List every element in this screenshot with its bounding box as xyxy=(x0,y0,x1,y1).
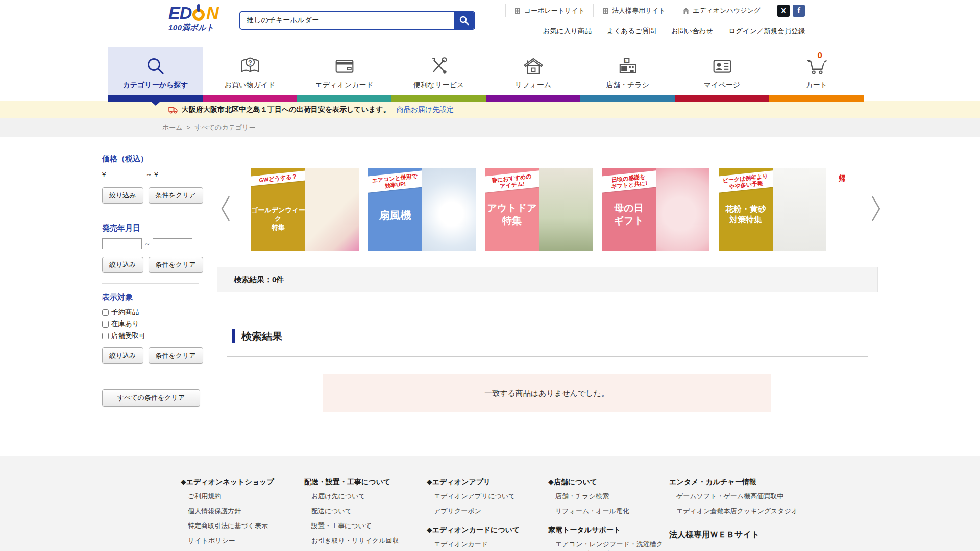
content-area: 価格（税込） ¥ ～ ¥ 絞り込み 条件をクリア 発売年月日 ～ 絞り込み xyxy=(0,137,980,456)
footer-column-netshop: ◆エディオンネットショップ ご利用規約 個人情報保護方針 特定商取引法に基づく表… xyxy=(181,478,301,551)
footer-heading: エンタメ・カルチャー情報 xyxy=(669,478,822,487)
footer-link[interactable]: リフォーム・オール電化 xyxy=(555,507,665,516)
breadcrumb-home-link[interactable]: ホーム xyxy=(162,123,183,131)
search-button[interactable] xyxy=(454,12,474,29)
search-icon xyxy=(459,15,469,26)
contact-link[interactable]: お問い合わせ xyxy=(671,27,713,36)
login-register-link[interactable]: ログイン／新規会員登録 xyxy=(728,27,805,36)
price-max-input[interactable] xyxy=(160,169,195,180)
footer-link[interactable]: 個人情報保護方針 xyxy=(188,507,301,516)
checkbox-in-stock[interactable]: 在庫あり xyxy=(102,319,212,329)
carousel-prev-button[interactable] xyxy=(218,190,233,229)
nav-item-mypage[interactable]: マイページ xyxy=(675,47,769,102)
housing-link[interactable]: エディオンハウジング xyxy=(674,6,769,15)
nav-item-edion-card[interactable]: エディオンカード xyxy=(297,47,391,102)
footer-link[interactable]: サイトポリシー xyxy=(188,536,301,546)
release-filter-button[interactable]: 絞り込み xyxy=(102,257,143,273)
building-icon xyxy=(602,7,609,14)
in-stock-checkbox[interactable] xyxy=(102,321,109,328)
facebook-icon[interactable]: f xyxy=(793,5,805,17)
range-separator: ～ xyxy=(145,170,152,179)
banner-photo xyxy=(773,168,826,251)
clear-all-filters-button[interactable]: すべての条件をクリア xyxy=(102,389,200,407)
footer-link[interactable]: アプリクーポン xyxy=(434,507,544,516)
footer-link[interactable]: エディオンアプリについて xyxy=(434,492,544,502)
price-filter-title: 価格（税込） xyxy=(102,154,212,164)
delivery-notice-text: 大阪府大阪市北区中之島１丁目への出荷目安を表示しています。 xyxy=(182,105,390,114)
business-site-link[interactable]: 法人様専用サイト xyxy=(594,6,674,15)
nav-item-services[interactable]: 便利なサービス xyxy=(391,47,486,102)
footer-link[interactable]: エディオン倉敷本店クッキングスタジオ xyxy=(676,507,822,516)
price-min-input[interactable] xyxy=(108,169,143,180)
magnifier-icon xyxy=(108,54,203,79)
chevron-left-icon xyxy=(219,193,232,224)
price-clear-button[interactable]: 条件をクリア xyxy=(149,187,203,204)
checkbox-store-pickup[interactable]: 店舗受取可 xyxy=(102,331,212,340)
store-icon: E xyxy=(580,54,675,79)
delivery-setting-link[interactable]: 商品お届け先設定 xyxy=(397,105,454,114)
range-separator: ～ xyxy=(144,239,151,248)
banner-mothers-day[interactable]: 日頃の感謝を ギフトと共に! 母の日 ギフト xyxy=(602,168,709,251)
corporate-site-link[interactable]: コーポレートサイト xyxy=(506,6,593,15)
id-card-icon xyxy=(675,54,769,79)
target-clear-button[interactable]: 条件をクリア xyxy=(149,347,203,364)
footer-heading: ◆店舗について xyxy=(548,478,665,487)
store-pickup-checkbox[interactable] xyxy=(102,333,109,339)
nav-item-reform[interactable]: リフォーム xyxy=(486,47,580,102)
credit-card-icon xyxy=(297,54,391,79)
edion-logo[interactable]: ED N 100満ボルト xyxy=(168,4,230,33)
nav-color-bar xyxy=(297,95,391,102)
social-links: X f xyxy=(777,5,805,17)
release-to-input[interactable] xyxy=(153,238,192,249)
footer-link[interactable]: 特定商取引法に基づく表示 xyxy=(188,521,301,531)
footer-link[interactable]: エディオンカード xyxy=(434,540,544,549)
footer-link[interactable]: お届け先について xyxy=(311,492,424,502)
banner-golden-week[interactable]: GWどうする？ ゴールデンウィーク 特集 xyxy=(251,168,359,251)
power-icon xyxy=(192,8,206,21)
no-results-message: 一致する商品はありませんでした。 xyxy=(323,374,771,412)
favorites-link[interactable]: お気に入り商品 xyxy=(543,27,591,36)
footer-heading: ◆エディオンカードについて xyxy=(427,525,544,535)
filter-sidebar: 価格（税込） ¥ ～ ¥ 絞り込み 条件をクリア 発売年月日 ～ 絞り込み xyxy=(102,154,212,407)
carousel-next-button[interactable] xyxy=(868,190,884,229)
header-account-links: お気に入り商品 よくあるご質問 お問い合わせ ログイン／新規会員登録 xyxy=(543,27,805,36)
footer-link[interactable]: ご利用規約 xyxy=(188,492,301,502)
banner-fans[interactable]: エアコンと併用で 効率UP! 扇風機 xyxy=(368,168,476,251)
chevron-right-icon xyxy=(869,193,883,224)
footer-link[interactable]: エアコン・レンジフード・洗濯槽クリーニングサービス xyxy=(555,540,665,551)
price-filter-button[interactable]: 絞り込み xyxy=(102,187,143,204)
footer-link[interactable]: お引き取り・リサイクル回収 xyxy=(311,536,424,546)
footer-link[interactable]: 設置・工事について xyxy=(311,521,424,531)
carousel-track: GWどうする？ ゴールデンウィーク 特集 エアコンと併用で 効率UP! 扇風機 xyxy=(251,168,845,251)
faq-link[interactable]: よくあるご質問 xyxy=(607,27,656,36)
banner-ribbon: エアコンと併用で 効率UP! xyxy=(368,170,422,193)
nav-item-cart[interactable]: 0 カート xyxy=(769,47,864,102)
footer-b2b-site-link[interactable]: 法人様専用ＷＥＢサイト xyxy=(669,530,822,540)
banner-photo xyxy=(656,168,709,251)
search-input[interactable] xyxy=(240,12,454,29)
footer-link[interactable]: 店舗・チラシ検索 xyxy=(555,492,665,502)
breadcrumb: ホーム>すべてのカテゴリー xyxy=(0,118,980,137)
cart-count-badge: 0 xyxy=(818,51,822,61)
nav-item-category-search[interactable]: カテゴリーから探す xyxy=(108,47,203,102)
x-icon[interactable]: X xyxy=(777,5,790,17)
release-clear-button[interactable]: 条件をクリア xyxy=(149,257,203,273)
release-from-input[interactable] xyxy=(102,238,142,249)
footer-link[interactable]: ゲームソフト・ゲーム機高価買取中 xyxy=(676,492,822,502)
banner-pollen[interactable]: ピークは例年より やや多い予報 花粉・黄砂 対策特集 xyxy=(719,168,826,251)
nav-color-bar xyxy=(203,95,297,102)
house-icon xyxy=(682,7,690,14)
banner-outdoor[interactable]: 春におすすめの アイテム! アウトドア 特集 xyxy=(485,168,593,251)
truck-icon xyxy=(168,106,178,114)
nav-item-shopping-guide[interactable]: ? お買い物ガイド xyxy=(203,47,297,102)
building-icon xyxy=(514,7,521,14)
checkbox-reserved-items[interactable]: 予約商品 xyxy=(102,308,212,317)
nav-item-stores-flyers[interactable]: E 店舗・チラシ xyxy=(580,47,675,102)
delivery-notice-bar: 大阪府大阪市北区中之島１丁目への出荷目安を表示しています。 商品お届け先設定 xyxy=(0,101,980,118)
main-nav: カテゴリーから探す ? お買い物ガイド エディオンカード xyxy=(0,47,980,101)
banner-ribbon: 日頃の感謝を ギフトと共に! xyxy=(602,170,656,193)
footer-link[interactable]: 配送について xyxy=(311,507,424,516)
banner-partial[interactable]: 帰 xyxy=(836,168,845,251)
reserved-items-checkbox[interactable] xyxy=(102,309,109,316)
target-filter-button[interactable]: 絞り込み xyxy=(102,347,143,364)
